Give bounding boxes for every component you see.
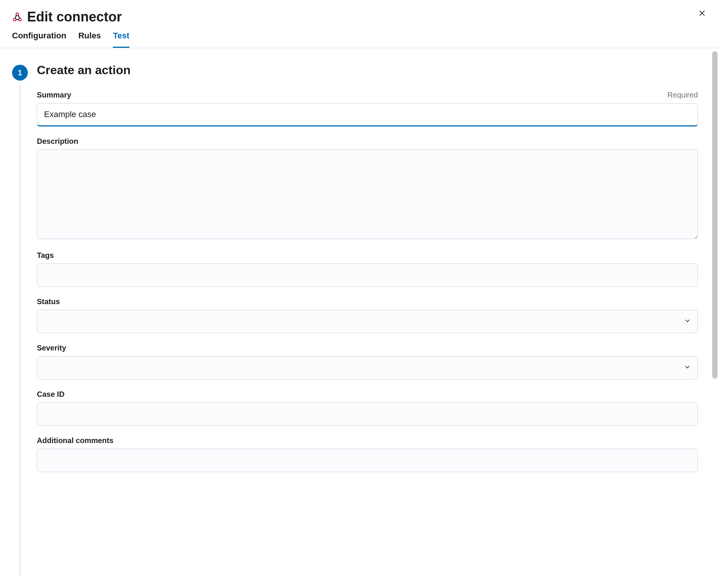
form-row-case-id: Case ID	[37, 390, 698, 426]
status-label: Status	[37, 297, 60, 306]
label-row: Description	[37, 137, 698, 146]
label-row: Summary Required	[37, 91, 698, 99]
status-select-wrapper	[37, 310, 698, 333]
summary-input[interactable]	[37, 103, 698, 126]
label-row: Case ID	[37, 390, 698, 399]
form-container: Create an action Summary Required Descri…	[37, 63, 698, 483]
case-id-label: Case ID	[37, 390, 64, 399]
severity-label: Severity	[37, 344, 66, 352]
modal-header: Edit connector	[0, 0, 719, 25]
description-label: Description	[37, 137, 78, 146]
form-row-additional-comments: Additional comments	[37, 436, 698, 472]
content: 1 Create an action Summary Required Desc…	[0, 48, 719, 498]
form-row-severity: Severity	[37, 344, 698, 379]
label-row: Additional comments	[37, 436, 698, 445]
required-indicator: Required	[667, 91, 698, 99]
label-row: Status	[37, 297, 698, 306]
description-textarea[interactable]	[37, 149, 698, 239]
section-title: Create an action	[37, 63, 698, 77]
form-row-status: Status	[37, 297, 698, 333]
svg-point-0	[14, 18, 16, 21]
close-button[interactable]	[696, 7, 708, 21]
severity-select[interactable]	[37, 356, 698, 379]
label-row: Severity	[37, 344, 698, 352]
close-icon	[698, 9, 706, 18]
scrollbar-thumb[interactable]	[712, 51, 717, 379]
form-row-tags: Tags	[37, 251, 698, 287]
page-title: Edit connector	[27, 9, 122, 25]
additional-comments-label: Additional comments	[37, 436, 113, 445]
form-row-description: Description	[37, 137, 698, 241]
tab-test[interactable]: Test	[113, 31, 129, 48]
step-line	[20, 86, 20, 576]
step-badge: 1	[12, 65, 28, 81]
additional-comments-input[interactable]	[37, 449, 698, 472]
summary-label: Summary	[37, 91, 71, 99]
content-wrapper: 1 Create an action Summary Required Desc…	[0, 48, 719, 576]
tab-configuration[interactable]: Configuration	[12, 31, 66, 48]
case-id-input[interactable]	[37, 402, 698, 426]
tags-input[interactable]	[37, 264, 698, 287]
svg-point-1	[19, 18, 21, 21]
label-row: Tags	[37, 251, 698, 260]
severity-select-wrapper	[37, 356, 698, 379]
status-select[interactable]	[37, 310, 698, 333]
tabs: Configuration Rules Test	[0, 25, 719, 48]
form-row-summary: Summary Required	[37, 91, 698, 126]
tab-rules[interactable]: Rules	[78, 31, 101, 48]
tags-label: Tags	[37, 251, 54, 260]
scrollbar-track[interactable]	[712, 51, 717, 382]
webhook-icon	[12, 12, 23, 22]
